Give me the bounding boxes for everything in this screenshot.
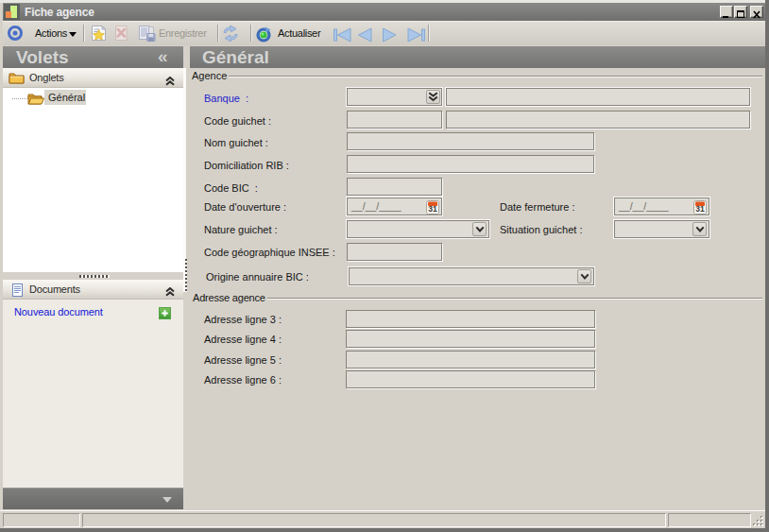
svg-text:31: 31 [428, 204, 437, 214]
svg-text:31: 31 [695, 204, 705, 214]
